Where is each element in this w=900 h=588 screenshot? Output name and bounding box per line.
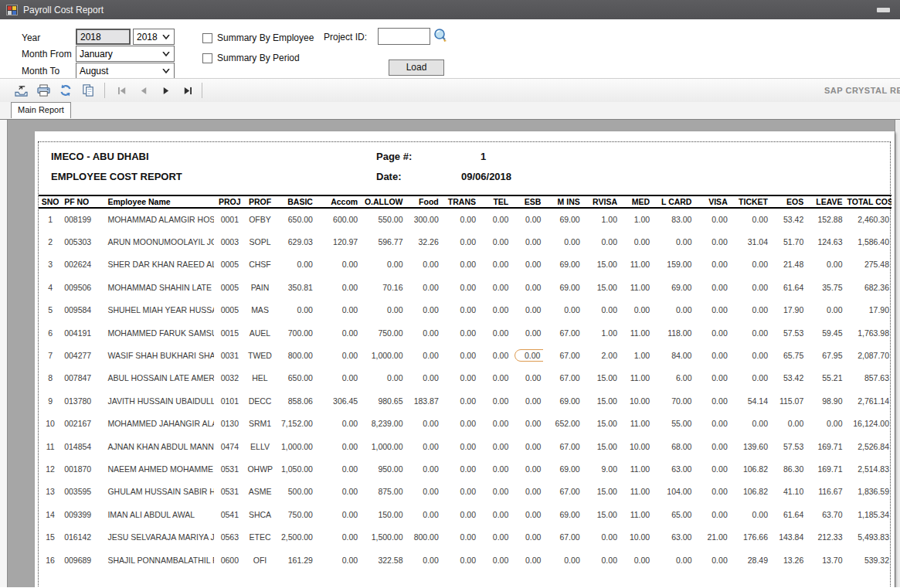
table-cell: 152.88 <box>806 208 844 230</box>
last-page-icon[interactable] <box>176 81 198 100</box>
month-to-label: Month To <box>22 66 59 76</box>
table-cell: 0.00 <box>406 344 441 366</box>
table-cell: 16,124.00 <box>845 413 892 435</box>
search-icon[interactable] <box>433 28 448 43</box>
table-cell: 0600 <box>214 549 245 571</box>
project-id-input[interactable] <box>378 28 430 45</box>
export-icon[interactable] <box>11 81 31 100</box>
load-button[interactable]: Load <box>389 59 444 76</box>
table-cell: 10 <box>39 413 62 435</box>
table-cell: 120.97 <box>315 230 360 253</box>
table-cell: 858.06 <box>275 389 315 412</box>
next-page-icon[interactable] <box>155 81 176 100</box>
table-cell: 1,185.34 <box>845 503 892 525</box>
table-cell: 0.00 <box>360 367 405 389</box>
table-cell: 0.00 <box>360 253 405 276</box>
table-cell: 0.00 <box>478 503 511 525</box>
table-cell: 350.81 <box>275 276 315 298</box>
table-cell: 0.00 <box>360 299 405 321</box>
table-cell: 15.00 <box>582 389 620 412</box>
year-input[interactable]: 2018 <box>76 29 131 45</box>
table-cell: 0.00 <box>730 299 770 321</box>
chevron-down-icon <box>162 52 170 56</box>
table-cell: 0.00 <box>406 481 441 503</box>
table-cell: 67.00 <box>543 367 582 389</box>
column-header: TEL <box>478 195 511 208</box>
page-number-value: 1 <box>481 151 486 162</box>
table-cell: 0.00 <box>315 549 360 571</box>
table-cell: WASIF SHAH BUKHARI SHAH <box>105 344 214 366</box>
table-cell: 016142 <box>62 525 105 548</box>
table-cell: 0.00 <box>511 457 543 480</box>
month-to-select[interactable]: August <box>76 63 175 79</box>
table-cell: 0.00 <box>315 367 360 389</box>
column-header: Employee Name <box>105 195 214 208</box>
table-cell: 15.00 <box>582 435 620 457</box>
year-label: Year <box>22 32 40 43</box>
table-row: 12001870NAEEM AHMED MOHAMME0531OHWP1,050… <box>39 457 892 480</box>
report-tabstrip: Main Report <box>0 102 900 119</box>
copy-icon[interactable] <box>78 81 98 100</box>
table-cell: 0.00 <box>730 367 770 389</box>
table-cell: 57.53 <box>770 321 806 344</box>
previous-page-icon[interactable] <box>133 81 155 100</box>
table-cell: 9 <box>39 389 62 412</box>
table-cell: 0.00 <box>730 321 770 344</box>
table-cell: 1 <box>39 208 62 230</box>
table-cell: 500.00 <box>275 481 315 503</box>
report-title: EMPLOYEE COST REPORT <box>51 171 182 182</box>
table-cell: 118.00 <box>652 321 694 344</box>
table-cell: MOHAMMED FARUK SAMSU <box>105 321 214 344</box>
table-cell: 61.64 <box>770 276 806 298</box>
summary-by-period-checkbox[interactable]: Summary By Period <box>202 53 300 63</box>
table-cell: 10.00 <box>620 389 652 412</box>
table-cell: 0.00 <box>511 435 543 457</box>
column-header: EOS <box>770 195 806 208</box>
viewer-right-margin[interactable] <box>895 120 900 587</box>
table-cell: 8 <box>39 367 62 389</box>
table-cell: 69.00 <box>652 276 694 298</box>
table-cell: 0.00 <box>315 299 360 321</box>
table-cell: 0.00 <box>315 457 360 480</box>
first-page-icon[interactable] <box>111 81 133 100</box>
refresh-icon[interactable] <box>56 81 76 100</box>
table-cell: 0531 <box>214 457 245 480</box>
table-cell: 67.95 <box>806 344 844 366</box>
column-header: MED <box>620 195 652 208</box>
table-cell: 67.00 <box>543 525 582 548</box>
summary-by-employee-checkbox[interactable]: Summary By Employee <box>202 32 314 43</box>
table-cell: 0.00 <box>620 230 652 253</box>
column-header: PROJ <box>214 195 245 208</box>
table-cell: ABUL HOSSAIN LATE AMER <box>105 367 214 389</box>
table-cell: 10.00 <box>620 525 652 548</box>
chevron-down-icon <box>162 69 170 73</box>
table-cell: 2,500.00 <box>275 525 315 548</box>
year-select[interactable]: 2018 <box>133 29 175 45</box>
month-from-select[interactable]: January <box>76 46 175 62</box>
table-cell: 0.00 <box>694 549 729 571</box>
table-cell: 169.71 <box>806 435 844 457</box>
table-cell: 0.00 <box>806 299 844 321</box>
table-cell: 0032 <box>214 367 245 389</box>
report-content-frame: IMECO - ABU DHABI EMPLOYEE COST REPORT P… <box>38 141 891 587</box>
table-cell: 0.00 <box>441 389 478 412</box>
table-cell: 596.77 <box>360 230 405 253</box>
print-icon[interactable] <box>33 81 53 100</box>
column-header: O.ALLOW <box>360 195 405 208</box>
table-cell: 0.00 <box>441 457 478 480</box>
table-cell: 0.00 <box>406 457 441 480</box>
table-cell: 0.00 <box>511 481 543 503</box>
table-cell: 32.26 <box>406 230 441 253</box>
table-cell: 0.00 <box>511 549 543 571</box>
table-cell: 0.00 <box>478 435 511 457</box>
table-cell: 0.00 <box>441 413 478 435</box>
table-cell: 0.00 <box>511 276 543 298</box>
table-cell: 0005 <box>214 276 245 298</box>
table-cell: 53.42 <box>770 208 806 230</box>
tab-main-report[interactable]: Main Report <box>11 102 71 118</box>
minimize-button[interactable] <box>877 8 890 12</box>
table-cell: 2,526.84 <box>845 435 892 457</box>
table-cell: SHCA <box>245 503 274 525</box>
table-cell: 0.00 <box>441 208 478 230</box>
table-cell: 15.00 <box>582 503 620 525</box>
